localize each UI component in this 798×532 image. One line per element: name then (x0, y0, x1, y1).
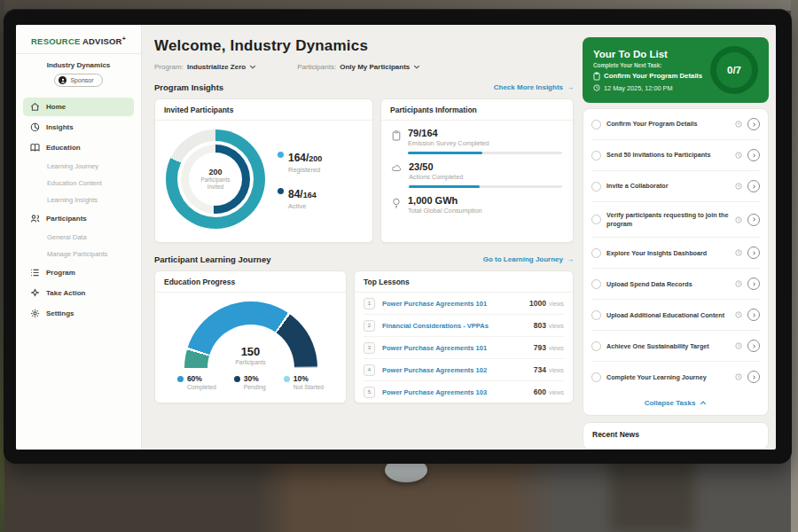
lesson-link[interactable]: Financial Considerations - VPPAs (382, 322, 534, 330)
task-checkbox[interactable] (591, 120, 601, 129)
chevron-down-icon (249, 65, 256, 69)
task-open-button[interactable] (747, 371, 760, 383)
sidebar-item-home[interactable]: Home (23, 98, 134, 116)
task-open-button[interactable] (747, 214, 760, 226)
task-open-button[interactable] (747, 309, 760, 321)
participants-information-card-title: Participants Information (381, 99, 573, 121)
room-background-right (791, 0, 798, 532)
insights-pie-icon (30, 122, 40, 132)
task-invite-collaborator[interactable]: Invite a Collaborator (591, 170, 760, 201)
program-insights-section-header: Program Insights Check More Insights → (154, 82, 574, 92)
task-checkbox[interactable] (591, 215, 601, 224)
clock-icon (735, 373, 742, 380)
invited-donut-legend: 164/200 Registered 84/164 Active (278, 149, 322, 210)
task-open-button[interactable] (747, 246, 760, 259)
home-icon (30, 102, 40, 112)
sidebar-item-program[interactable]: Program (23, 263, 134, 282)
todo-subtitle: Complete Your Next Task: (593, 62, 703, 68)
task-checkbox[interactable] (591, 248, 601, 258)
task-complete-learning-journey[interactable]: Complete Your Learning Journey (591, 361, 760, 392)
lesson-row: 4 Power Purchase Agreements 102 734 view… (364, 359, 564, 381)
insights-cards-row: Invited Participants 200 Participants In… (154, 98, 574, 243)
lesson-rank: 4 (364, 364, 375, 376)
info-progress-fill (409, 185, 480, 188)
task-open-button[interactable] (747, 278, 760, 290)
lesson-link[interactable]: Power Purchase Agreements 101 (382, 300, 529, 308)
task-open-button[interactable] (747, 180, 760, 192)
sidebar-item-take-action[interactable]: Take Action (23, 284, 134, 302)
invited-participants-card: Invited Participants 200 Participants In… (154, 98, 373, 243)
sidebar-item-manage-participants[interactable]: Manage Participants (23, 246, 134, 262)
task-send-invitations[interactable]: Send 50 Invitations to Participants (591, 139, 760, 170)
chevron-right-icon (751, 281, 757, 287)
task-upload-educational-content[interactable]: Upload Additional Educational Content (591, 299, 760, 330)
legend-dot (284, 376, 290, 382)
chevron-right-icon (751, 374, 757, 380)
task-open-button[interactable] (747, 149, 760, 161)
book-icon (30, 143, 40, 153)
legend-dot (177, 376, 184, 382)
lesson-row: 1 Power Purchase Agreements 101 1000 vie… (364, 293, 564, 315)
task-verify-participants[interactable]: Verify participants requesting to join t… (591, 201, 760, 237)
top-lessons-card-title: Top Lessons (355, 271, 573, 293)
todo-progress-ring: 0/7 (710, 46, 758, 94)
sidebar-item-insights[interactable]: Insights (23, 118, 134, 137)
sidebar-item-education-content[interactable]: Education Content (23, 176, 134, 191)
task-open-button[interactable] (747, 340, 760, 352)
legend-dot (278, 188, 284, 194)
check-more-insights-link[interactable]: Check More Insights → (494, 83, 574, 91)
task-confirm-program-details[interactable]: Confirm Your Program Details (591, 109, 760, 139)
lesson-link[interactable]: Power Purchase Agreements 103 (382, 388, 534, 396)
legend-dot (278, 152, 284, 158)
take-action-icon (30, 288, 40, 298)
chevron-down-icon (413, 65, 420, 69)
task-checkbox[interactable] (591, 310, 601, 320)
lesson-rank: 3 (364, 342, 375, 354)
lesson-link[interactable]: Power Purchase Agreements 101 (382, 344, 534, 352)
todo-header-panel: Your To Do List Complete Your Next Task:… (583, 37, 769, 103)
task-upload-spend-data[interactable]: Upload Spend Data Records (591, 268, 760, 299)
collapse-tasks-link[interactable]: Collapse Tasks (591, 392, 760, 415)
task-checkbox[interactable] (591, 182, 601, 192)
invited-donut-center: 200 Participants Invited (189, 153, 242, 206)
legend-item-registered: 164/200 Registered (278, 149, 322, 174)
task-achieve-sustainability-target[interactable]: Achieve One Sustainability Target (591, 330, 760, 361)
sponsor-badge[interactable]: Sponsor (54, 74, 102, 87)
clipboard-icon (593, 72, 600, 81)
recent-news-card: Recent News (583, 422, 769, 450)
program-insights-title: Program Insights (154, 82, 223, 92)
chevron-up-icon (700, 401, 707, 405)
info-row-actions: 23/50 Actions Completed (381, 154, 573, 188)
participants-filter-dropdown[interactable]: Only My Participants (340, 63, 420, 71)
legend-item-not-started: 10% Not Started (284, 374, 324, 390)
sidebar-item-learning-journey[interactable]: Learning Journey (23, 159, 134, 174)
monitor-bezel: RESOURCE ADVISOR+ Industry Dynamics Spon… (4, 9, 792, 464)
sponsor-badge-label: Sponsor (70, 77, 93, 83)
task-checkbox[interactable] (591, 372, 601, 382)
lightbulb-icon (392, 198, 401, 209)
sidebar-menu: Home Insights Education Learning Journey… (16, 92, 141, 330)
sidebar-item-general-data[interactable]: General Data (23, 230, 134, 245)
invited-donut-ring-inner: 200 Participants Invited (181, 145, 250, 214)
task-checkbox[interactable] (591, 151, 601, 160)
task-open-button[interactable] (747, 118, 760, 130)
top-lessons-card: Top Lessons 1 Power Purchase Agreements … (354, 270, 574, 403)
journey-cards-row: Education Progress 150 Participants 60% … (154, 270, 574, 403)
sponsor-icon (59, 76, 66, 84)
sidebar-item-education[interactable]: Education (23, 138, 134, 157)
sidebar-item-settings[interactable]: Settings (23, 304, 134, 323)
sidebar-item-participants[interactable]: Participants (23, 209, 134, 228)
sidebar-item-learning-insights[interactable]: Learning Insights (23, 192, 134, 207)
chevron-right-icon (751, 153, 757, 159)
program-filter-dropdown[interactable]: Industrialize Zero (187, 63, 256, 71)
go-to-learning-journey-link[interactable]: Go to Learning Journey → (483, 255, 574, 263)
program-filter: Program: Industrialize Zero (154, 63, 256, 71)
lesson-link[interactable]: Power Purchase Agreements 102 (382, 366, 534, 374)
clock-icon (735, 183, 742, 190)
info-row-consumption: 1,000 GWh Total Global Consumption (381, 188, 573, 215)
task-explore-insights[interactable]: Explore Your Insights Dashboard (591, 237, 760, 268)
chevron-right-icon (751, 312, 757, 318)
clock-icon (735, 249, 742, 256)
task-checkbox[interactable] (591, 341, 601, 351)
task-checkbox[interactable] (591, 279, 601, 289)
